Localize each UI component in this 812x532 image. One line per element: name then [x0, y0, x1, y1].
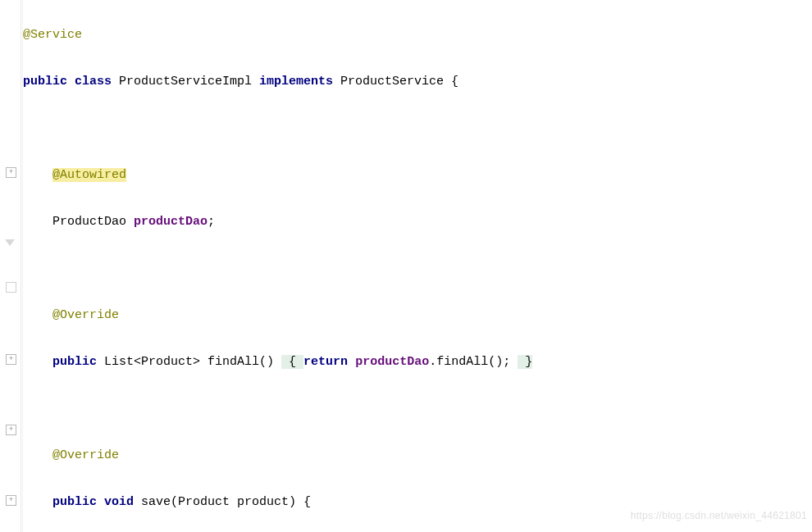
code-editor-content[interactable]: @Service public class ProductServiceImpl…: [23, 0, 812, 532]
code-line: @Override: [23, 304, 812, 328]
code-line: public List<Product> findAll() { return …: [23, 351, 812, 375]
fold-icon[interactable]: [6, 354, 16, 365]
fold-icon[interactable]: [6, 425, 16, 435]
fold-icon[interactable]: [6, 167, 16, 178]
change-marker-icon: [5, 239, 15, 246]
code-line: @Autowired: [23, 164, 812, 188]
annotation-highlighted: @Autowired: [52, 168, 126, 182]
code-line: [23, 257, 812, 281]
editor-gutter: [0, 0, 21, 532]
code-line: [23, 117, 812, 141]
code-line: @Service: [23, 24, 812, 48]
watermark-text: https://blog.csdn.net/weixin_44621801: [631, 504, 807, 528]
annotation: @Service: [23, 28, 82, 42]
code-line: [23, 398, 812, 421]
fold-icon[interactable]: [6, 495, 16, 506]
fold-up-icon[interactable]: [6, 282, 16, 293]
code-line: ProductDao productDao;: [23, 211, 812, 234]
code-line: public class ProductServiceImpl implemen…: [23, 70, 812, 94]
code-line: @Override: [23, 444, 812, 468]
